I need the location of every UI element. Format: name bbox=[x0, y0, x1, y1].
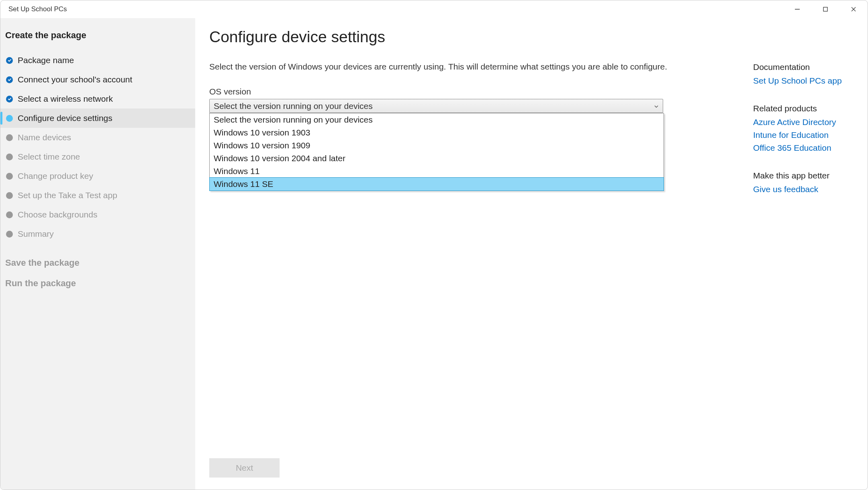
sidebar-item-label: Summary bbox=[18, 229, 54, 239]
sidebar-item-label: Select time zone bbox=[18, 152, 80, 162]
main-area: Configure device settings Select the ver… bbox=[195, 18, 868, 490]
sidebar-item-label: Choose backgrounds bbox=[18, 210, 97, 219]
sidebar-section-run: Run the package bbox=[0, 278, 195, 299]
future-step-icon bbox=[6, 154, 13, 160]
app-window: Set Up School PCs Create the package Pac… bbox=[0, 0, 868, 490]
sidebar-item-wireless[interactable]: Select a wireless network bbox=[0, 89, 195, 109]
check-icon bbox=[6, 96, 13, 103]
maximize-button[interactable] bbox=[811, 0, 839, 18]
next-button[interactable]: Next bbox=[209, 458, 280, 478]
os-version-select[interactable]: Select the version running on your devic… bbox=[209, 99, 663, 113]
select-value: Select the version running on your devic… bbox=[214, 101, 373, 111]
future-step-icon bbox=[6, 173, 13, 180]
sidebar-item-summary[interactable]: Summary bbox=[0, 224, 195, 244]
titlebar: Set Up School PCs bbox=[0, 0, 868, 18]
dropdown-option[interactable]: Windows 10 version 1909 bbox=[210, 139, 664, 152]
make-better-heading: Make this app better bbox=[753, 171, 854, 180]
window-controls bbox=[783, 0, 868, 18]
related-link-intune[interactable]: Intune for Education bbox=[753, 130, 854, 140]
sidebar-item-take-test[interactable]: Set up the Take a Test app bbox=[0, 186, 195, 205]
close-button[interactable] bbox=[839, 0, 868, 18]
future-step-icon bbox=[6, 231, 13, 238]
window-title: Set Up School PCs bbox=[8, 5, 67, 13]
page-description: Select the version of Windows your devic… bbox=[209, 62, 753, 72]
sidebar-item-label: Connect your school's account bbox=[18, 75, 132, 84]
sidebar-item-product-key[interactable]: Change product key bbox=[0, 166, 195, 186]
future-step-icon bbox=[6, 211, 13, 218]
future-step-icon bbox=[6, 192, 13, 199]
sidebar-item-label: Set up the Take a Test app bbox=[18, 191, 117, 200]
documentation-heading: Documentation bbox=[753, 62, 854, 72]
page-title: Configure device settings bbox=[209, 28, 753, 46]
os-version-dropdown: Select the version running on your devic… bbox=[209, 113, 664, 191]
sidebar-item-label: Configure device settings bbox=[18, 113, 112, 123]
minimize-button[interactable] bbox=[783, 0, 811, 18]
sidebar-item-name-devices[interactable]: Name devices bbox=[0, 128, 195, 147]
related-link-aad[interactable]: Azure Active Directory bbox=[753, 117, 854, 127]
os-version-label: OS version bbox=[209, 87, 753, 96]
related-products-heading: Related products bbox=[753, 104, 854, 113]
sidebar-item-configure-device[interactable]: Configure device settings bbox=[0, 109, 195, 128]
sidebar: Create the package Package name Connect … bbox=[0, 18, 195, 490]
sidebar-item-connect-account[interactable]: Connect your school's account bbox=[0, 70, 195, 89]
sidebar-item-label: Change product key bbox=[18, 171, 93, 181]
content: Create the package Package name Connect … bbox=[0, 18, 868, 490]
dropdown-option[interactable]: Windows 10 version 1903 bbox=[210, 126, 664, 139]
check-icon bbox=[6, 76, 13, 83]
future-step-icon bbox=[6, 134, 13, 141]
current-step-icon bbox=[6, 115, 13, 122]
feedback-link[interactable]: Give us feedback bbox=[753, 185, 854, 194]
dropdown-option-selected[interactable]: Windows 11 SE bbox=[209, 177, 664, 191]
sidebar-item-backgrounds[interactable]: Choose backgrounds bbox=[0, 205, 195, 224]
check-icon bbox=[6, 57, 13, 64]
chevron-down-icon bbox=[654, 101, 659, 111]
sidebar-item-label: Package name bbox=[18, 55, 74, 65]
sidebar-item-label: Select a wireless network bbox=[18, 94, 113, 104]
right-panel: Documentation Set Up School PCs app Rela… bbox=[753, 28, 854, 478]
dropdown-option[interactable]: Windows 11 bbox=[210, 165, 664, 178]
dropdown-option[interactable]: Select the version running on your devic… bbox=[210, 113, 664, 126]
sidebar-section-save: Save the package bbox=[0, 258, 195, 278]
sidebar-section-create: Create the package bbox=[0, 30, 195, 51]
main-center: Configure device settings Select the ver… bbox=[209, 28, 753, 478]
sidebar-item-timezone[interactable]: Select time zone bbox=[0, 147, 195, 166]
svg-rect-1 bbox=[823, 7, 827, 11]
doc-link-setup-school-pcs[interactable]: Set Up School PCs app bbox=[753, 76, 854, 86]
sidebar-item-label: Name devices bbox=[18, 133, 71, 142]
dropdown-option[interactable]: Windows 10 version 2004 and later bbox=[210, 152, 664, 165]
sidebar-item-package-name[interactable]: Package name bbox=[0, 51, 195, 70]
related-link-o365[interactable]: Office 365 Education bbox=[753, 143, 854, 153]
